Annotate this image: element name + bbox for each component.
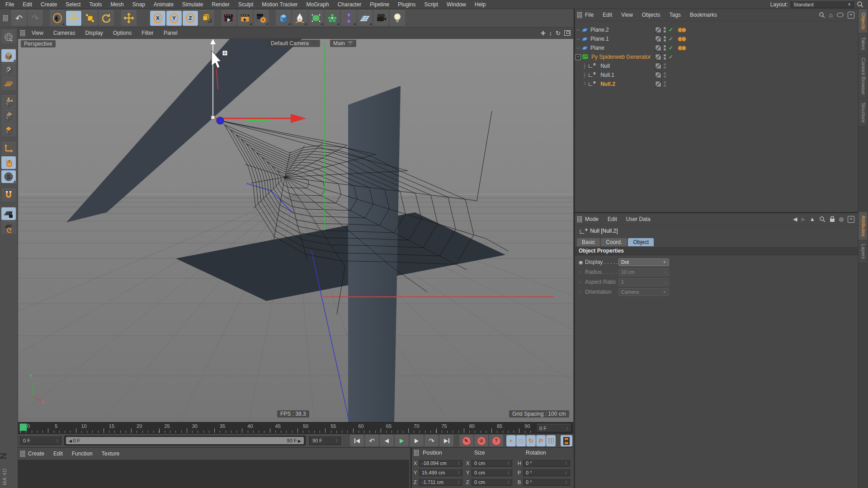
- add-cube-primitive-button[interactable]: [276, 10, 291, 26]
- move-tool-button[interactable]: [66, 10, 81, 26]
- visibility-dots[interactable]: [664, 36, 666, 42]
- dock-tab[interactable]: Content Browser: [859, 54, 867, 99]
- undo-button[interactable]: ↶: [11, 10, 27, 26]
- play-button[interactable]: [395, 435, 409, 446]
- search-icon[interactable]: [819, 216, 826, 222]
- previous-key-button[interactable]: ↶: [365, 435, 379, 446]
- menu-item[interactable]: Window: [447, 1, 466, 8]
- object-manager-grip[interactable]: [577, 12, 582, 18]
- y-axis-lock-button[interactable]: Y: [166, 10, 182, 26]
- layer-toggle[interactable]: [655, 72, 661, 78]
- object-row[interactable]: ─ Plane.1 ✓: [575, 34, 858, 43]
- object-name[interactable]: Plane.1: [590, 36, 609, 42]
- attributes-grip[interactable]: [577, 216, 582, 222]
- main-label[interactable]: Main🎬: [330, 40, 356, 47]
- keyframe-presets-button[interactable]: [561, 435, 572, 446]
- dock-tab[interactable]: Layers: [859, 240, 867, 263]
- toolbar-grip[interactable]: [3, 15, 8, 21]
- menu-item[interactable]: Pipeline: [370, 1, 389, 8]
- position-z-field[interactable]: -1.711 cm↕: [419, 478, 462, 486]
- menu-item[interactable]: Plugins: [398, 1, 415, 8]
- viewport-menu-item[interactable]: Filter: [142, 30, 154, 36]
- dock-tab[interactable]: Structure: [859, 99, 867, 127]
- menu-item[interactable]: File: [5, 1, 14, 8]
- last-used-tool-button[interactable]: [121, 10, 137, 26]
- goto-end-button[interactable]: [439, 435, 453, 446]
- object-manager-menu-item[interactable]: View: [621, 12, 633, 18]
- size-z-field[interactable]: 0 cm↕: [472, 478, 512, 486]
- render-view-button[interactable]: [221, 10, 236, 26]
- deformer-button[interactable]: [341, 10, 356, 26]
- position-y-field[interactable]: 15.499 cm↕: [419, 469, 462, 476]
- viewport-solo-button[interactable]: [1, 156, 16, 169]
- key-rotation-toggle[interactable]: ↻: [526, 435, 536, 446]
- layer-toggle[interactable]: [655, 27, 661, 33]
- track-menu-item[interactable]: Texture: [102, 450, 119, 457]
- add-icon[interactable]: +: [848, 216, 854, 223]
- object-row[interactable]: ─ Plane ✓: [575, 43, 858, 52]
- layer-toggle[interactable]: [655, 54, 661, 60]
- tab-coord[interactable]: Coord.: [601, 238, 627, 246]
- position-x-field[interactable]: -18.094 cm↕: [419, 459, 462, 467]
- aspect-ratio-field[interactable]: 1↕: [618, 278, 669, 286]
- menu-item[interactable]: Render: [212, 1, 230, 8]
- object-manager-menu-item[interactable]: Tags: [670, 12, 681, 18]
- keyframe-circle-icon[interactable]: ○: [579, 289, 585, 295]
- workplane-lock-button[interactable]: [1, 207, 16, 220]
- previous-frame-button[interactable]: [380, 435, 394, 446]
- layer-toggle[interactable]: [655, 36, 661, 42]
- arrow-up-icon[interactable]: ▲: [810, 216, 815, 222]
- size-y-field[interactable]: 0 cm↕: [472, 469, 512, 476]
- menu-item[interactable]: Script: [424, 1, 438, 8]
- scale-tool-button[interactable]: [82, 10, 98, 26]
- object-row[interactable]: ├ ∟0 Null: [575, 61, 858, 70]
- menu-item[interactable]: Select: [66, 1, 80, 8]
- points-mode-button[interactable]: [1, 95, 16, 108]
- ruler-frame-field[interactable]: 0 F↕: [536, 424, 571, 432]
- menu-item[interactable]: Character: [338, 1, 362, 8]
- size-x-field[interactable]: 0 cm↕: [472, 459, 512, 467]
- attributes-menu-item[interactable]: Edit: [608, 216, 617, 222]
- current-frame-field[interactable]: 0 F↕: [20, 436, 61, 445]
- object-row[interactable]: − Py Spiderweb Generator ✓: [575, 52, 858, 61]
- record-keyframe-button[interactable]: ✎: [459, 435, 473, 446]
- rotation-b-field[interactable]: 0 °↕: [523, 478, 570, 486]
- texture-tags[interactable]: [679, 46, 686, 51]
- viewport-canvas[interactable]: Perspective Default Camera🎥 Main🎬 FPS : …: [18, 39, 573, 422]
- gizmo-origin-handle[interactable]: [211, 116, 215, 119]
- add-spline-pen-button[interactable]: [292, 10, 307, 26]
- object-manager-menu-item[interactable]: Objects: [642, 12, 660, 18]
- object-row[interactable]: ├ ∟0 Null.1: [575, 70, 858, 80]
- stepper-icon[interactable]: ↕: [56, 438, 58, 443]
- history-back-icon[interactable]: ◀: [793, 216, 797, 222]
- object-manager-menu-item[interactable]: File: [585, 12, 594, 18]
- live-selection-tool-button[interactable]: [50, 10, 65, 26]
- filter-icon[interactable]: [837, 13, 844, 17]
- dock-tab[interactable]: Objects: [859, 9, 867, 33]
- menu-item[interactable]: MoGraph: [307, 1, 329, 8]
- autokey-button[interactable]: ⊙: [474, 435, 488, 446]
- orientation-dropdown[interactable]: Camera▼: [618, 288, 669, 296]
- enabled-check-icon[interactable]: ✓: [669, 36, 673, 42]
- edges-mode-button[interactable]: [1, 109, 16, 122]
- rotation-h-field[interactable]: 0 °↕: [523, 459, 570, 467]
- layout-select[interactable]: Standard ▼: [791, 0, 854, 8]
- mograph-cloner-button[interactable]: [325, 10, 340, 26]
- keyframe-circle-icon[interactable]: ◉: [579, 259, 585, 265]
- keyframe-circle-icon[interactable]: ○: [579, 269, 585, 275]
- object-name[interactable]: Null.1: [600, 72, 614, 78]
- tab-basic[interactable]: Basic: [577, 238, 600, 246]
- current-frame-marker[interactable]: [19, 423, 27, 431]
- goto-start-button[interactable]: [350, 435, 364, 446]
- object-name[interactable]: Plane.2: [590, 27, 609, 33]
- visibility-dots[interactable]: [664, 45, 666, 51]
- object-name[interactable]: Plane: [590, 45, 604, 51]
- layer-toggle[interactable]: [655, 81, 661, 87]
- camera-label[interactable]: Default Camera🎥: [268, 40, 320, 47]
- menu-item[interactable]: Edit: [23, 1, 32, 8]
- model-mode-button[interactable]: [1, 49, 16, 62]
- texture-tags[interactable]: [679, 28, 686, 33]
- menu-item[interactable]: Mesh: [110, 1, 123, 8]
- menu-item[interactable]: Simulate: [182, 1, 203, 8]
- workplane-mode-button[interactable]: [1, 77, 16, 90]
